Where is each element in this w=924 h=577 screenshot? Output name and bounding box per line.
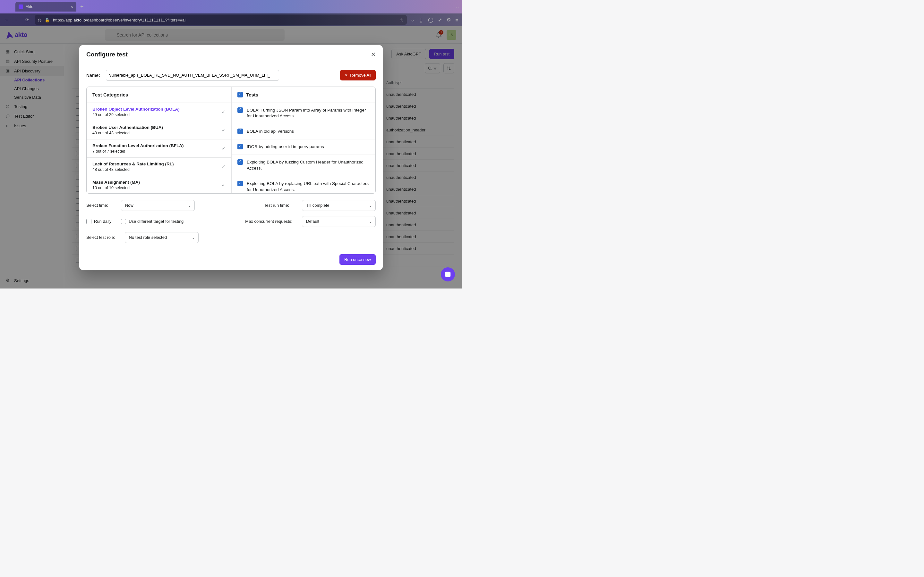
test-item[interactable]: Exploiting BOLA by replacing URL path wi… [232,176,375,193]
modal-title: Configure test [86,51,128,58]
modal-overlay: Configure test ✕ Name: ✕ Remove All Test… [0,26,462,288]
chevron-down-icon: ⌄ [188,203,191,208]
category-item[interactable]: Mass Assignment (MA)10 out of 10 selecte… [87,176,231,193]
chevron-down-icon: ⌄ [192,235,195,240]
test-checkbox[interactable] [237,144,243,149]
test-role-label: Select test role: [86,235,115,240]
categories-header: Test Categories [87,87,231,103]
name-label: Name: [86,73,100,78]
new-tab-button[interactable]: + [78,3,86,10]
diff-target-checkbox[interactable]: Use different target for testing [121,219,184,224]
test-checkbox[interactable] [237,181,243,186]
select-time-dropdown[interactable]: Now⌄ [121,200,195,211]
select-all-tests-checkbox[interactable] [237,92,243,97]
test-label: BOLA in old api versions [247,129,294,135]
category-item[interactable]: Lack of Resources & Rate Limiting (RL)48… [87,158,231,176]
chevron-down-icon[interactable]: ⌄ [456,4,459,9]
svg-rect-7 [445,272,451,277]
test-checkbox[interactable] [237,159,243,165]
url-bar[interactable]: ◎ 🔒 https://app.akto.io/dashboard/observ… [35,15,407,25]
check-icon: ✓ [222,146,226,151]
browser-tab[interactable]: Akto × [15,2,76,11]
test-label: IDOR by adding user id in query params [247,144,324,150]
test-name-input[interactable] [106,70,279,81]
account-icon[interactable]: ◯ [428,17,433,23]
chevron-down-icon: ⌄ [368,203,372,208]
max-concurrent-dropdown[interactable]: Default⌄ [302,216,376,227]
check-icon: ✓ [222,164,226,169]
tests-header: Tests [232,87,375,103]
max-concurrent-label: Max concurrent requests: [245,219,292,224]
tab-title: Akto [26,5,33,9]
test-item[interactable]: IDOR by adding user id in query params [232,139,375,155]
chevron-down-icon: ⌄ [368,219,372,224]
configure-test-modal: Configure test ✕ Name: ✕ Remove All Test… [79,45,383,270]
run-time-dropdown[interactable]: Till complete⌄ [302,200,376,211]
test-checkbox[interactable] [237,107,243,113]
browser-tab-bar: Akto × + ⌄ [0,0,462,13]
test-label: BOLA: Turning JSON Param into Array of P… [247,107,370,119]
run-time-label: Test run time: [264,203,289,208]
x-icon: ✕ [344,73,348,77]
category-item[interactable]: Broken Object Level Authorization (BOLA)… [87,103,231,121]
check-icon: ✓ [222,182,226,187]
url-text: https://app.akto.io/dashboard/observe/in… [53,18,186,23]
run-once-button[interactable]: Run once now [339,254,376,265]
extension-icon[interactable]: ⤢ [438,17,442,23]
intercom-fab[interactable] [441,268,455,282]
shield-icon: ◎ [38,18,41,23]
test-item[interactable]: BOLA in old api versions [232,124,375,139]
download-icon[interactable]: ⭳ [419,17,423,23]
forward-icon[interactable]: → [14,17,20,23]
favicon-icon [19,5,23,9]
category-item[interactable]: Broken Function Level Authorization (BFL… [87,139,231,158]
browser-toolbar: ← → ⟳ ◎ 🔒 https://app.akto.io/dashboard/… [0,13,462,26]
run-daily-checkbox[interactable]: Run daily [86,219,111,224]
back-icon[interactable]: ← [4,17,10,23]
menu-icon[interactable]: ≡ [455,17,458,23]
star-icon[interactable]: ☆ [400,18,404,23]
close-modal-icon[interactable]: ✕ [371,51,376,58]
test-item[interactable]: Exploiting BOLA by fuzzing Custom Header… [232,155,375,176]
puzzle-icon[interactable]: ⚙ [447,17,451,23]
select-time-label: Select time: [86,203,108,208]
test-label: Exploiting BOLA by fuzzing Custom Header… [247,159,370,171]
reload-icon[interactable]: ⟳ [24,17,30,23]
check-icon: ✓ [222,127,226,133]
check-icon: ✓ [222,109,226,114]
category-item[interactable]: Broken User Authentication (BUA)43 out o… [87,121,231,139]
remove-all-button[interactable]: ✕ Remove All [340,70,376,81]
close-tab-icon[interactable]: × [71,4,73,9]
pocket-icon[interactable]: ⌵ [411,17,414,23]
test-item[interactable]: BOLA: Turning JSON Param into Array of P… [232,103,375,124]
test-label: Exploiting BOLA by replacing URL path wi… [247,181,370,193]
test-checkbox[interactable] [237,129,243,134]
lock-icon: 🔒 [45,18,50,23]
test-role-dropdown[interactable]: No test role selected⌄ [125,232,199,243]
